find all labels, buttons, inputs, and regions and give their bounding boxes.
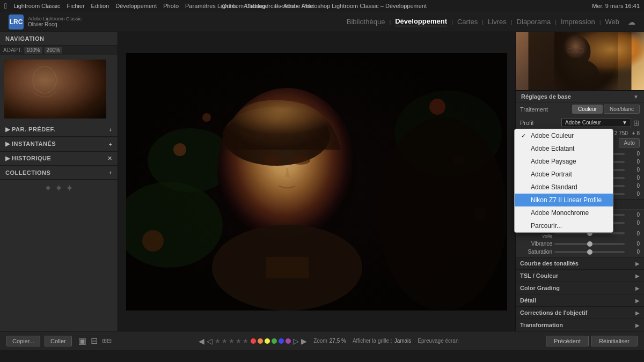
vibrance-thumb[interactable] — [587, 241, 592, 247]
saturation-label: Saturation — [520, 249, 552, 255]
colorgrading-section-header[interactable]: Color Grading ▶ — [516, 282, 644, 294]
view-icon-3[interactable]: ⊞⊟ — [102, 337, 112, 344]
menu-photo[interactable]: Photo — [163, 3, 179, 9]
snapshots-section: ▶ Instantanés + — [0, 137, 118, 152]
star-2[interactable]: ★ — [222, 337, 228, 345]
menu-dev[interactable]: Développement — [115, 3, 157, 9]
menu-params[interactable]: Paramètres — [185, 3, 216, 9]
copy-button[interactable]: Copier... — [6, 336, 40, 346]
cloud-icon[interactable]: ☁ — [628, 18, 635, 26]
paste-button[interactable]: Coller — [45, 336, 72, 346]
grid-view-icon[interactable]: ⊞ — [633, 119, 640, 127]
nav-sep1: | — [389, 19, 391, 25]
nav-diaporama[interactable]: Diaporama — [517, 18, 551, 26]
collections-header[interactable]: Collections + — [0, 166, 118, 180]
dropdown-item-nikon[interactable]: Nikon Z7 II Linear Profile — [515, 194, 613, 206]
view-icon-1[interactable]: ▣ — [78, 336, 86, 346]
reset-button[interactable]: Réinitialiser — [591, 336, 638, 346]
nav-impression[interactable]: Impression — [561, 18, 595, 26]
corrections-section-header[interactable]: Corrections de l'objectif ▶ — [516, 306, 644, 319]
ornament: ✦ ✦ ✦ — [0, 180, 118, 196]
star-3[interactable]: ★ — [229, 337, 235, 345]
menu-edition[interactable]: Edition — [91, 3, 109, 9]
presets-add-icon[interactable]: + — [109, 127, 112, 133]
check-empty — [521, 184, 528, 190]
fwd-arrow[interactable]: ▷ — [293, 337, 299, 345]
star-1[interactable]: ★ — [215, 337, 221, 345]
color-dot-blue[interactable] — [279, 338, 284, 344]
slider-row-vibrance: Vibrance 0 — [516, 240, 644, 248]
nav-livres[interactable]: Livres — [488, 18, 507, 26]
view-icon-2[interactable]: ⊟ — [91, 336, 98, 346]
history-close-icon[interactable]: ✕ — [107, 155, 112, 162]
bottom-bar: Copier... Coller ▣ ⊟ ⊞⊟ ◀ ◁ ★ ★ ★ ★ ★ ▷ … — [0, 331, 644, 350]
thumbnail-image — [4, 60, 106, 119]
reglages-base-header[interactable]: Réglages de base ▼ — [516, 91, 644, 102]
system-bar:  Lightroom Classic Fichier Edition Déve… — [0, 0, 644, 12]
dropdown-item-standard[interactable]: Adobe Standard — [515, 181, 613, 194]
dropdown-item-portrait[interactable]: Adobe Portrait — [515, 168, 613, 181]
profile-dropdown[interactable]: Adobe Couleur ▼ — [561, 118, 631, 127]
transformation-section-header[interactable]: Transformation ▶ — [516, 319, 644, 331]
menu-fichier[interactable]: Fichier — [67, 3, 85, 9]
collections-add-icon[interactable]: + — [109, 169, 112, 176]
color-dot-green[interactable] — [272, 338, 277, 344]
adapt-val1[interactable]: 100% — [24, 47, 42, 54]
colorgrading-arrow: ▶ — [635, 285, 640, 291]
exposition-value: 0 — [627, 151, 640, 157]
app-subtitle: Adobe Lightroom Classic — [28, 16, 82, 21]
adapt-val2[interactable]: 200% — [45, 47, 63, 54]
color-dot-purple[interactable] — [286, 338, 291, 344]
star-4[interactable]: ★ — [236, 337, 241, 345]
nav-developpement[interactable]: Développement — [395, 17, 447, 26]
snapshots-header[interactable]: ▶ Instantanés + — [0, 137, 118, 151]
svg-rect-17 — [266, 257, 309, 278]
zoom-label: Zoom — [313, 338, 327, 344]
nav-action-buttons: Précédent Réinitialiser — [546, 336, 638, 346]
nav-cartes[interactable]: Cartes — [457, 18, 478, 26]
corrections-arrow: ▶ — [635, 310, 640, 316]
back-arrow[interactable]: ◁ — [207, 337, 213, 345]
presets-section: ▶ Par. prédef. + — [0, 123, 118, 137]
prev-button[interactable]: Précédent — [546, 336, 589, 346]
profile-dropdown-menu: ✓ Adobe Couleur Adobe Eclatant Adobe Pay… — [515, 129, 613, 233]
check-empty-selected — [521, 197, 528, 203]
nav-sep4: | — [511, 19, 513, 25]
snapshots-add-icon[interactable]: + — [109, 141, 112, 147]
auto-button[interactable]: Auto — [619, 138, 640, 147]
detail-section-header[interactable]: Détail ▶ — [516, 294, 644, 306]
dropdown-item-paysage[interactable]: Adobe Paysage — [515, 155, 613, 168]
dropdown-item-eclat[interactable]: Adobe Eclatant — [515, 142, 613, 155]
nav-bibliotheque[interactable]: Bibliothèque — [347, 18, 385, 26]
dropdown-item-parcourir[interactable]: Parcourir... — [515, 219, 613, 232]
treatment-couleur[interactable]: Couleur — [572, 105, 603, 114]
history-header[interactable]: ▶ Historique ✕ — [0, 152, 118, 166]
nav-sep6: | — [599, 19, 601, 25]
courbe-section-header[interactable]: Courbe des tonalités ▶ — [516, 257, 644, 269]
ombres-value: 0 — [627, 175, 640, 181]
next-arrow[interactable]: ▶ — [301, 337, 307, 345]
treatment-noir[interactable]: Noir/blanc — [604, 105, 640, 114]
grid-value[interactable]: Jamais — [394, 338, 412, 344]
zoom-value[interactable]: 27,5 % — [330, 338, 346, 344]
presets-header[interactable]: ▶ Par. prédef. + — [0, 123, 118, 137]
dropdown-label: Adobe Monochrome — [531, 209, 589, 217]
saturation-track[interactable] — [554, 251, 625, 253]
navigation-section-header[interactable]: Navigation — [0, 32, 118, 46]
dropdown-item-couleur[interactable]: ✓ Adobe Couleur — [515, 129, 613, 142]
reglages-arrow[interactable]: ▼ — [633, 94, 639, 100]
color-dot-red[interactable] — [251, 338, 256, 344]
tsl-section-header[interactable]: TSL / Couleur ▶ — [516, 269, 644, 282]
star-5[interactable]: ★ — [243, 337, 248, 345]
saturation-thumb[interactable] — [587, 249, 592, 255]
prev-arrow[interactable]: ◀ — [199, 337, 204, 345]
vibrance-track[interactable] — [554, 243, 625, 245]
wb-value: 2 750 — [614, 130, 628, 136]
app-header: LRC Adobe Lightroom Classic Olivier Rocq… — [0, 12, 644, 32]
apple-logo[interactable]:  — [4, 2, 7, 10]
dropdown-item-mono[interactable]: Adobe Monochrome — [515, 206, 613, 219]
color-dot-yellow[interactable] — [265, 338, 270, 344]
color-dot-orange[interactable] — [258, 338, 263, 344]
nav-web[interactable]: Web — [605, 18, 620, 26]
treatment-label: Traitement — [520, 106, 548, 113]
